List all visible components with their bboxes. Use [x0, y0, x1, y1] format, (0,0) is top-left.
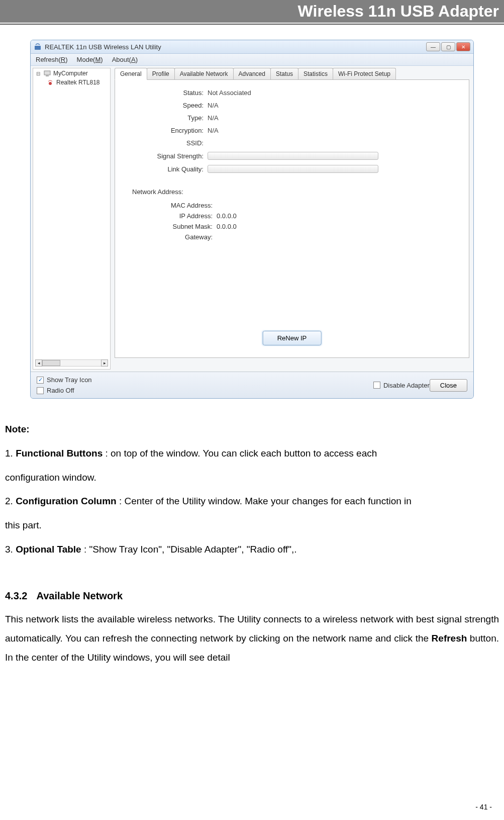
note-section: Note: 1. Functional Buttons : on top of …: [5, 419, 499, 560]
link-quality-bar: [208, 165, 378, 173]
close-window-button[interactable]: ✕: [456, 42, 470, 51]
app-icon: [34, 43, 42, 51]
gateway-label: Gateway:: [152, 233, 213, 241]
tab-profile-label: Profile: [152, 70, 169, 77]
item3-prefix: 3.: [5, 544, 16, 555]
item2-prefix: 2.: [5, 496, 16, 506]
signal-strength-label: Signal Strength:: [122, 152, 208, 160]
type-value: N/A: [208, 114, 462, 122]
tab-body-general: Status: Not Associated Speed: N/A Type: …: [115, 79, 469, 358]
ip-value: 0.0.0.0: [217, 212, 237, 220]
menu-mode[interactable]: Mode(M): [77, 56, 103, 63]
disable-adapter-label: Disable Adapter: [383, 382, 430, 389]
signal-strength-bar: [208, 152, 378, 160]
tree-scrollbar[interactable]: ◂ ▸: [35, 359, 108, 367]
section-body-1: This network lists the available wireles…: [5, 614, 499, 644]
maximize-button[interactable]: ▢: [441, 42, 455, 51]
type-label: Type:: [122, 114, 208, 122]
computer-icon: [43, 69, 51, 77]
encryption-label: Encryption:: [122, 127, 208, 134]
tab-wifi-protect-label: Wi-Fi Protect Setup: [338, 70, 390, 77]
status-label: Status:: [122, 89, 208, 97]
tab-statistics-label: Statistics: [304, 70, 328, 77]
scroll-right-icon[interactable]: ▸: [101, 359, 108, 367]
tab-advanced[interactable]: Advanced: [233, 68, 271, 80]
tab-profile[interactable]: Profile: [147, 68, 175, 80]
tree-panel: ⊟ MyComputer Realtek RTL818 ◂: [33, 68, 111, 370]
renew-ip-label: ReNew IP: [277, 334, 307, 342]
item3-rest: : "Show Tray Icon", "Disable Adapter", "…: [81, 544, 297, 555]
tab-available-network-label: Available Network: [180, 70, 228, 77]
screenshot-container: REALTEK 11n USB Wireless LAN Utility — ▢…: [30, 40, 474, 399]
checkbox-checked-icon: ✓: [37, 377, 44, 384]
speed-label: Speed:: [122, 102, 208, 109]
subnet-label: Subnet Mask:: [152, 223, 213, 230]
section-title: Available Network: [36, 590, 123, 601]
item3-bold: Optional Table: [16, 544, 81, 555]
item2-line2: this part.: [5, 515, 499, 536]
disable-adapter-checkbox[interactable]: Disable Adapter: [373, 382, 430, 389]
menubar: Refresh(R) Mode(M) About(A): [31, 54, 473, 66]
app-window: REALTEK 11n USB Wireless LAN Utility — ▢…: [30, 40, 474, 399]
tree-root-label: MyComputer: [53, 70, 88, 77]
tab-wifi-protect[interactable]: Wi-Fi Protect Setup: [333, 68, 396, 80]
item1-prefix: 1.: [5, 448, 16, 459]
page-number: - 41 -: [475, 803, 492, 811]
close-button[interactable]: Close: [430, 379, 467, 392]
scroll-thumb[interactable]: [42, 360, 60, 366]
item2-rest: : Center of the Utility window. Make you…: [117, 496, 412, 506]
item1-bold: Functional Buttons: [16, 448, 103, 459]
mac-label: MAC Address:: [152, 202, 213, 209]
scroll-left-icon[interactable]: ◂: [35, 359, 42, 367]
radio-off-checkbox[interactable]: Radio Off: [37, 387, 92, 394]
svg-point-3: [49, 82, 52, 85]
section-heading: 4.3.2Available Network: [5, 590, 499, 602]
svg-rect-1: [44, 71, 50, 75]
tab-general[interactable]: General: [115, 68, 147, 80]
menu-about[interactable]: About(A): [112, 56, 138, 63]
tab-advanced-label: Advanced: [239, 70, 265, 77]
section-body-bold: Refresh: [432, 633, 467, 644]
tree-collapse-icon[interactable]: ⊟: [35, 71, 41, 76]
tab-available-network[interactable]: Available Network: [174, 68, 234, 80]
tree-root[interactable]: ⊟ MyComputer: [33, 68, 110, 78]
scroll-track[interactable]: [42, 359, 101, 367]
adapter-icon: [46, 78, 54, 86]
checkbox-unchecked-icon: [373, 382, 380, 389]
subnet-value: 0.0.0.0: [217, 223, 237, 230]
network-address-heading: Network Address:: [132, 188, 462, 196]
bottom-bar: ✓ Show Tray Icon Radio Off Disable Adapt…: [31, 372, 473, 398]
titlebar: REALTEK 11n USB Wireless LAN Utility — ▢…: [31, 40, 473, 54]
section-number: 4.3.2: [5, 590, 27, 602]
tab-status-label: Status: [276, 70, 293, 77]
link-quality-label: Link Quality:: [122, 165, 208, 173]
svg-rect-0: [35, 46, 41, 50]
minimize-button[interactable]: —: [426, 42, 440, 51]
show-tray-checkbox[interactable]: ✓ Show Tray Icon: [37, 376, 92, 384]
show-tray-label: Show Tray Icon: [47, 376, 92, 384]
page-header: Wireless 11n USB Adapter: [0, 0, 504, 23]
window-title: REALTEK 11n USB Wireless LAN Utility: [45, 43, 426, 51]
svg-rect-2: [46, 75, 49, 76]
note-heading: Note:: [5, 424, 30, 434]
window-controls: — ▢ ✕: [426, 42, 470, 51]
header-divider: [0, 24, 504, 25]
tab-general-label: General: [120, 70, 142, 77]
encryption-value: N/A: [208, 127, 462, 134]
item1-line2: configuration window.: [5, 467, 499, 488]
main-panel: General Profile Available Network Advanc…: [113, 66, 473, 372]
checkbox-unchecked-icon: [37, 387, 44, 394]
ip-label: IP Address:: [152, 212, 213, 220]
ssid-label: SSID:: [122, 139, 208, 147]
page-header-title: Wireless 11n USB Adapter: [298, 2, 499, 20]
item1-rest: : on top of the window. You can click ea…: [103, 448, 377, 459]
tree-child[interactable]: Realtek RTL818: [44, 78, 110, 86]
renew-ip-button[interactable]: ReNew IP: [263, 331, 322, 345]
item2-bold: Configuration Column: [16, 496, 117, 506]
menu-refresh[interactable]: Refresh(R): [36, 56, 68, 63]
tab-statistics[interactable]: Statistics: [298, 68, 333, 80]
section-body: This network lists the available wireles…: [5, 610, 499, 667]
tab-status[interactable]: Status: [270, 68, 298, 80]
radio-off-label: Radio Off: [47, 387, 74, 394]
tree-child-label: Realtek RTL818: [56, 79, 100, 86]
